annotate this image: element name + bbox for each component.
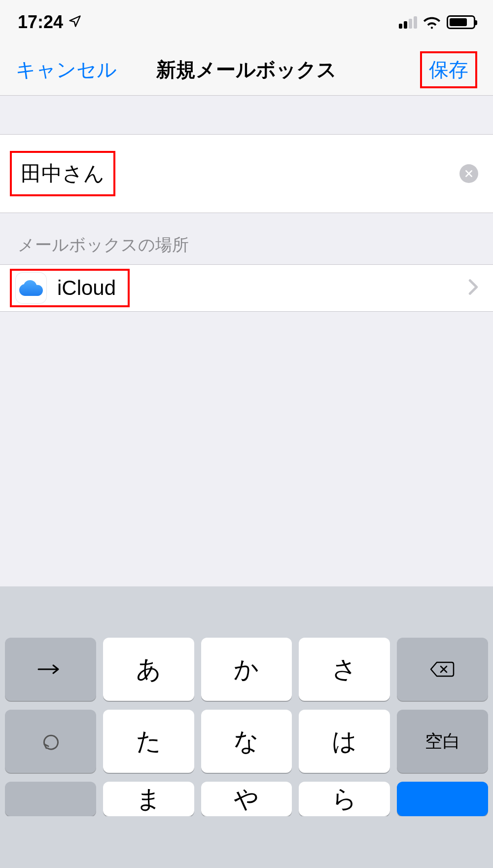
key-ka[interactable]: か — [201, 638, 292, 701]
key-ha[interactable]: は — [299, 710, 390, 773]
keyboard-row-3: ま や ら — [5, 782, 488, 816]
location-services-icon — [68, 12, 82, 33]
key-ya[interactable]: や — [201, 782, 292, 816]
clear-text-button[interactable] — [459, 164, 478, 183]
keyboard: あ か さ た な は 空白 ま や ら — [0, 586, 493, 868]
mailbox-location-row[interactable]: iCloud — [0, 264, 493, 312]
key-backspace[interactable] — [397, 638, 488, 701]
status-bar: 17:24 — [0, 0, 493, 44]
key-sa[interactable]: さ — [299, 638, 390, 701]
key-undo[interactable] — [5, 710, 96, 773]
navigation-bar: キャンセル 新規メールボックス 保存 — [0, 44, 493, 96]
mailbox-name-input[interactable]: 田中さん — [21, 162, 105, 185]
key-a[interactable]: あ — [103, 638, 194, 701]
chevron-right-icon — [468, 279, 478, 297]
status-right — [399, 15, 475, 29]
keyboard-suggestion-bar[interactable] — [5, 594, 488, 638]
mailbox-name-highlight: 田中さん — [10, 151, 115, 196]
key-next-candidate[interactable] — [5, 638, 96, 701]
key-return[interactable] — [397, 782, 488, 816]
location-highlight: iCloud — [10, 269, 130, 307]
key-mode-switch[interactable] — [5, 782, 96, 816]
battery-icon — [447, 15, 475, 29]
key-space[interactable]: 空白 — [397, 710, 488, 773]
page-title: 新規メールボックス — [156, 56, 337, 83]
mailbox-name-row[interactable]: 田中さん — [0, 134, 493, 213]
wifi-icon — [423, 15, 441, 29]
cellular-signal-icon — [399, 16, 417, 29]
mailbox-location-label: iCloud — [57, 276, 116, 300]
save-button[interactable]: 保存 — [429, 59, 468, 80]
key-ta[interactable]: た — [103, 710, 194, 773]
key-ma[interactable]: ま — [103, 782, 194, 816]
section-header-location: メールボックスの場所 — [0, 213, 493, 264]
status-time-group: 17:24 — [18, 12, 82, 33]
status-time: 17:24 — [18, 12, 63, 33]
key-ra[interactable]: ら — [299, 782, 390, 816]
icloud-icon — [16, 273, 46, 303]
keyboard-row-1: あ か さ — [5, 638, 488, 701]
keyboard-row-2: た な は 空白 — [5, 710, 488, 773]
key-na[interactable]: な — [201, 710, 292, 773]
save-button-highlight: 保存 — [420, 51, 477, 88]
cancel-button[interactable]: キャンセル — [16, 56, 117, 83]
